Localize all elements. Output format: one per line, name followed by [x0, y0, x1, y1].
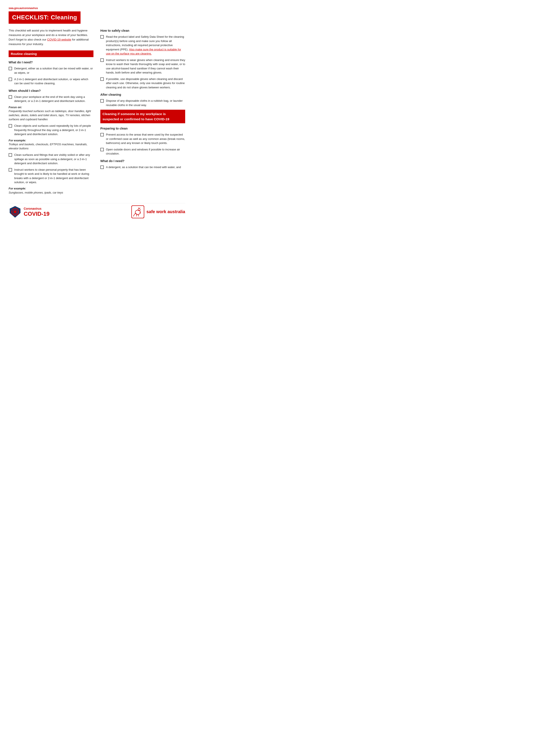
main-title: CHECKLIST: Cleaning [9, 12, 81, 24]
focus-label-2: For example: [9, 139, 93, 143]
checkbox-1[interactable] [9, 67, 12, 70]
checkbox-r6[interactable] [100, 148, 104, 151]
checklist-text-4: Clean objects and surfaces used repeated… [14, 124, 93, 136]
checkbox-3[interactable] [9, 95, 12, 99]
focus-content-1: Frequently touched surfaces such as tabl… [9, 109, 93, 122]
covid-title: COVID-19 [24, 211, 50, 217]
right-column: How to safely clean Read the product lab… [100, 28, 185, 197]
focus-content-3: Sunglasses, mobile phones, ipads, car ke… [9, 191, 93, 195]
svg-point-2 [13, 210, 16, 213]
checklist-text-r6: Open outside doors and windows if possib… [106, 148, 185, 156]
when-should-i-clean-title: When should I clean? [9, 89, 93, 93]
intro-paragraph: This checklist will assist you to implem… [9, 28, 93, 46]
checklist-text-3: Clean your workplace at the end of the w… [14, 95, 93, 103]
how-to-safely-clean-title: How to safely clean [100, 28, 185, 33]
checklist-text-r4: Dispose of any disposable cloths in a ru… [106, 99, 185, 107]
focus-box-1: Focus on: Frequently touched surfaces su… [9, 105, 93, 122]
list-item: Dispose of any disposable cloths in a ru… [100, 99, 185, 107]
list-item: Open outside doors and windows if possib… [100, 148, 185, 156]
what-do-i-need-covid-title: What do I need? [100, 159, 185, 163]
checklist-text-5: Clean surfaces and fittings that are vis… [14, 153, 93, 166]
website-url: swa.gov.au/coronavirus [9, 7, 185, 10]
covid-label: Coronavirus [24, 206, 50, 211]
checklist-text-r7: A detergent, as a solution that can be m… [106, 165, 181, 169]
covid-cleaning-section-header: Cleaning if someone in my workplace is s… [100, 110, 185, 123]
list-item: Clean your workplace at the end of the w… [9, 95, 93, 103]
checklist-text-r5: Prevent access to the areas that were us… [106, 133, 185, 145]
checkbox-r5[interactable] [100, 133, 104, 136]
checkbox-r2[interactable] [100, 58, 104, 62]
focus-box-3: For example: Sunglasses, mobile phones, … [9, 187, 93, 195]
swa-kangaroo-icon [131, 205, 144, 218]
focus-label-3: For example: [9, 187, 93, 191]
checkbox-r1[interactable] [100, 35, 104, 39]
checkbox-4[interactable] [9, 124, 12, 127]
checkbox-5[interactable] [9, 153, 12, 157]
checklist-text-r1: Read the product label and Safety Data S… [106, 35, 185, 56]
footer: Coronavirus COVID-19 safe work australia [9, 203, 185, 218]
checklist-text-r3: If possible, use disposable gloves when … [106, 77, 185, 90]
list-item: Read the product label and Safety Data S… [100, 35, 185, 56]
covid-website-link[interactable]: COVID-19 website [47, 38, 71, 41]
list-item: Instruct workers to clean personal prope… [9, 168, 93, 184]
list-item: Prevent access to the areas that were us… [100, 133, 185, 145]
list-item: Clean objects and surfaces used repeated… [9, 124, 93, 136]
checklist-text-2: A 2-in-1 detergent and disinfectant solu… [14, 77, 93, 86]
checkbox-r4[interactable] [100, 99, 104, 103]
checkbox-r7[interactable] [100, 166, 104, 169]
list-item: Detergent, either as a solution that can… [9, 67, 93, 75]
svg-line-15 [140, 207, 140, 209]
list-item: Instruct workers to wear gloves when cle… [100, 58, 185, 75]
focus-box-2: For example: Trolleys and baskets, check… [9, 139, 93, 151]
svg-line-17 [138, 214, 139, 216]
after-cleaning-title: After cleaning [100, 93, 185, 97]
swa-logo-block: safe work australia [131, 205, 185, 218]
focus-content-2: Trolleys and baskets, checkouts, EFTPOS … [9, 143, 93, 150]
what-do-i-need-title: What do I need? [9, 60, 93, 65]
list-item: A 2-in-1 detergent and disinfectant solu… [9, 77, 93, 86]
checkbox-6[interactable] [9, 168, 12, 172]
checklist-text-1: Detergent, either as a solution that can… [14, 67, 93, 75]
covid-text-block: Coronavirus COVID-19 [24, 206, 50, 217]
covid-shield-icon [9, 205, 21, 218]
covid-logo-block: Coronavirus COVID-19 [9, 205, 50, 218]
checkbox-2[interactable] [9, 78, 12, 81]
left-column: This checklist will assist you to implem… [9, 28, 93, 197]
list-item: If possible, use disposable gloves when … [100, 77, 185, 90]
checkbox-r3[interactable] [100, 77, 104, 81]
checklist-text-r2: Instruct workers to wear gloves when cle… [106, 58, 185, 75]
svg-line-16 [137, 214, 137, 216]
preparing-to-clean-title: Preparing to clean [100, 126, 185, 131]
list-item: A detergent, as a solution that can be m… [100, 165, 185, 169]
routine-cleaning-header: Routine cleaning [9, 50, 93, 57]
focus-label-1: Focus on: [9, 105, 93, 109]
checklist-text-6: Instruct workers to clean personal prope… [14, 168, 93, 184]
swa-label: safe work australia [146, 209, 185, 215]
list-item: Clean surfaces and fittings that are vis… [9, 153, 93, 166]
